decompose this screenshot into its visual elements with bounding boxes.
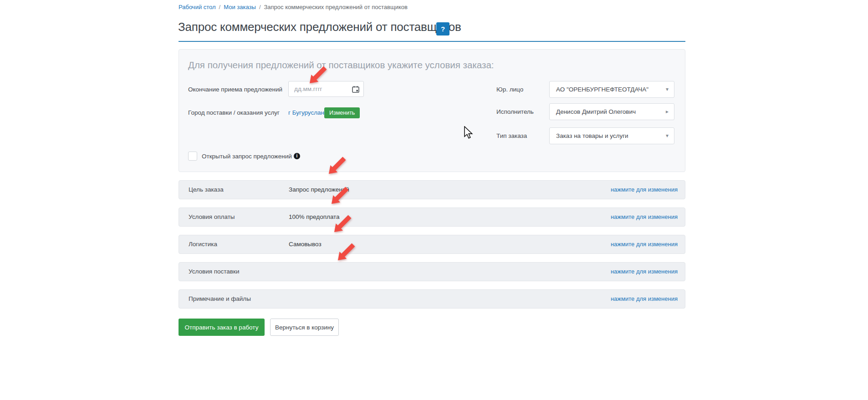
breadcrumb: Рабочий стол/Мои заказы/Запрос коммерчес…: [179, 4, 408, 10]
edit-link[interactable]: нажмите для изменения: [611, 290, 678, 308]
edit-link[interactable]: нажмите для изменения: [611, 235, 678, 253]
breadcrumb-separator: /: [259, 4, 261, 10]
red-arrow-annotation: [307, 65, 329, 85]
edit-link[interactable]: нажмите для изменения: [611, 208, 678, 226]
mouse-cursor: [464, 126, 474, 140]
legal-entity-label: Юр. лицо: [496, 86, 523, 93]
calendar-icon[interactable]: [352, 86, 359, 93]
section-row-order-goal[interactable]: Цель заказа Запрос предложений нажмите д…: [179, 180, 685, 199]
deadline-label: Окончание приема предложений: [188, 86, 282, 93]
section-row-delivery-terms[interactable]: Условия поставки нажмите для изменения: [179, 262, 685, 281]
section-row-logistics[interactable]: Логистика Самовывоз нажмите для изменени…: [179, 235, 685, 254]
order-type-label: Тип заказа: [496, 132, 527, 139]
section-label: Условия оплаты: [189, 208, 235, 226]
red-arrow-annotation: [332, 214, 353, 234]
chevron-down-icon: ▾: [666, 81, 669, 97]
help-button[interactable]: ?: [436, 22, 449, 35]
breadcrumb-current: Запрос коммерческих предложений от поста…: [264, 4, 408, 10]
title-divider: [179, 41, 685, 42]
open-request-label: Открытый запрос предложений: [202, 153, 292, 160]
legal-entity-select[interactable]: АО "ОРЕНБУРГНЕФТЕОТДАЧА" ▾: [549, 81, 674, 98]
executor-select[interactable]: Денисов Дмитрий Олегович ▸: [549, 103, 674, 120]
breadcrumb-separator: /: [219, 4, 221, 10]
breadcrumb-link-my-orders[interactable]: Мои заказы: [224, 4, 256, 10]
city-label: Город поставки / оказания услуг: [188, 109, 280, 116]
panel-heading: Для получения предложений от поставщиков…: [188, 60, 494, 71]
edit-link[interactable]: нажмите для изменения: [611, 263, 678, 281]
executor-value: Денисов Дмитрий Олегович: [556, 108, 636, 115]
section-label: Условия поставки: [189, 263, 239, 281]
info-icon[interactable]: i: [294, 153, 300, 159]
page: Рабочий стол/Мои заказы/Запрос коммерчес…: [0, 0, 868, 400]
edit-link[interactable]: нажмите для изменения: [611, 181, 678, 199]
section-label: Логистика: [189, 235, 217, 253]
chevron-down-icon: ▾: [666, 128, 669, 144]
red-arrow-annotation: [335, 242, 357, 262]
order-type-value: Заказ на товары и услуги: [556, 132, 628, 139]
section-row-notes-files[interactable]: Примечание и файлы нажмите для изменения: [179, 289, 685, 309]
change-city-button[interactable]: Изменить: [324, 107, 360, 118]
section-label: Цель заказа: [189, 181, 224, 199]
red-arrow-annotation: [329, 186, 351, 206]
city-link[interactable]: г Бугуруслан: [288, 109, 324, 116]
section-value: Самовывоз: [289, 235, 322, 253]
page-title: Запрос коммерческих предложений от поста…: [178, 20, 461, 34]
chevron-right-icon: ▸: [666, 104, 669, 120]
submit-order-button[interactable]: Отправить заказ в работу: [179, 319, 265, 336]
red-arrow-annotation: [326, 156, 348, 176]
order-type-select[interactable]: Заказ на товары и услуги ▾: [549, 127, 674, 144]
legal-entity-value: АО "ОРЕНБУРГНЕФТЕОТДАЧА": [556, 86, 648, 93]
back-to-cart-button[interactable]: Вернуться в корзину: [270, 319, 339, 336]
section-row-payment-terms[interactable]: Условия оплаты 100% предоплата нажмите д…: [179, 208, 685, 227]
breadcrumb-link-desktop[interactable]: Рабочий стол: [179, 4, 216, 10]
open-request-checkbox[interactable]: [188, 152, 197, 161]
section-label: Примечание и файлы: [189, 290, 251, 308]
executor-label: Исполнитель: [496, 108, 534, 115]
